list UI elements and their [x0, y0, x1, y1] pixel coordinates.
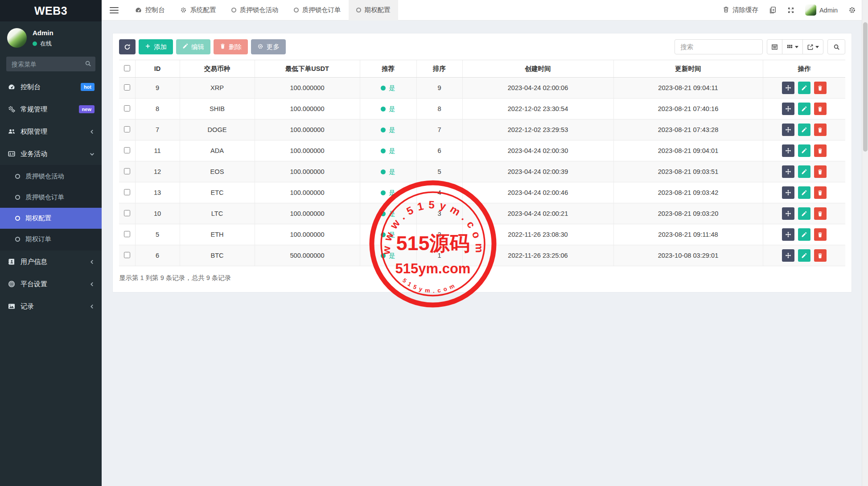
row-checkbox[interactable]: [124, 252, 130, 258]
navbar-user-name: Admin: [819, 7, 838, 14]
table-toolbar: 添加 编辑 删除: [119, 39, 845, 54]
sidebar-item-dashboard[interactable]: 控制台 hot: [0, 76, 102, 98]
cell-coin: ETC: [180, 182, 255, 203]
row-move-button[interactable]: [782, 249, 794, 262]
sidebar-item-general[interactable]: 常规管理 new: [0, 98, 102, 120]
row-checkbox[interactable]: [124, 147, 130, 153]
row-move-button[interactable]: [782, 82, 794, 94]
delete-button[interactable]: 删除: [214, 39, 248, 54]
row-delete-button[interactable]: [814, 207, 827, 220]
cell-min-order: 100.000000: [255, 99, 360, 119]
row-delete-button[interactable]: [814, 249, 827, 262]
header-created: 创建时间: [462, 60, 613, 78]
fullscreen-icon[interactable]: [787, 7, 794, 14]
cell-created: 2022-12-02 23:30:54: [462, 99, 613, 119]
columns-button[interactable]: [782, 39, 803, 54]
select-all-checkbox[interactable]: [124, 65, 130, 71]
row-edit-button[interactable]: [798, 228, 810, 241]
row-move-button[interactable]: [782, 165, 794, 178]
cell-updated: 2023-08-21 09:04:01: [613, 140, 763, 161]
sidebar-item-options-config[interactable]: 期权配置: [0, 208, 102, 229]
sidebar-item-records[interactable]: 记录: [0, 295, 102, 317]
cell-checkbox: [119, 182, 135, 203]
sidebar-search-input[interactable]: [6, 57, 95, 71]
row-edit-button[interactable]: [798, 82, 810, 94]
row-checkbox[interactable]: [124, 210, 130, 216]
refresh-page-icon[interactable]: [769, 6, 777, 14]
cell-actions: [763, 99, 845, 119]
edit-button[interactable]: 编辑: [176, 39, 210, 54]
row-edit-button[interactable]: [798, 249, 810, 262]
refresh-button[interactable]: [119, 39, 136, 54]
row-delete-button[interactable]: [814, 124, 827, 136]
cell-created: 2022-12-02 23:29:53: [462, 119, 613, 140]
hamburger-icon[interactable]: [110, 5, 119, 15]
sidebar-item-label: 用户信息: [21, 258, 90, 266]
sidebar-item-user-info[interactable]: 用户信息: [0, 251, 102, 273]
row-edit-button[interactable]: [798, 207, 810, 220]
chevron-left-icon: [90, 128, 95, 136]
table-row: 6 BTC 500.000000 是 1 2022-11-26 23:25:06…: [119, 245, 845, 266]
add-button[interactable]: 添加: [139, 39, 173, 54]
tab-dashboard[interactable]: 控制台: [128, 0, 173, 21]
row-delete-button[interactable]: [814, 165, 827, 178]
circle-icon: [15, 195, 20, 200]
cell-checkbox: [119, 245, 135, 266]
circle-icon: [15, 237, 20, 242]
online-dot-icon: [33, 41, 37, 46]
user-menu[interactable]: Admin: [805, 4, 838, 16]
sidebar-item-platform-settings[interactable]: 平台设置: [0, 273, 102, 295]
tab-staking-activity[interactable]: 质押锁仓活动: [224, 0, 286, 21]
avatar: [805, 4, 816, 16]
row-delete-button[interactable]: [814, 228, 827, 241]
caret-down-icon: [795, 46, 798, 48]
more-button[interactable]: 更多: [251, 39, 286, 54]
row-checkbox[interactable]: [124, 105, 130, 111]
row-checkbox[interactable]: [124, 168, 130, 174]
row-move-button[interactable]: [782, 144, 794, 157]
detail-view-button[interactable]: [767, 39, 782, 54]
sidebar-item-staking-activity[interactable]: 质押锁仓活动: [0, 166, 102, 187]
row-move-button[interactable]: [782, 207, 794, 220]
sidebar-item-permissions[interactable]: 权限管理: [0, 120, 102, 143]
sidebar-item-staking-orders[interactable]: 质押锁仓订单: [0, 187, 102, 208]
row-move-button[interactable]: [782, 103, 794, 115]
row-delete-button[interactable]: [814, 82, 827, 94]
gear-icon: [257, 43, 263, 51]
view-button-group: [767, 39, 823, 54]
row-checkbox[interactable]: [124, 84, 130, 91]
cell-recommend: 是: [360, 245, 416, 266]
sidebar-item-label: 常规管理: [21, 105, 79, 114]
cell-created: 2023-04-24 02:00:21: [462, 203, 613, 224]
search-button[interactable]: [827, 39, 845, 54]
row-edit-button[interactable]: [798, 144, 810, 157]
row-move-button[interactable]: [782, 228, 794, 241]
tab-system-config[interactable]: 系统配置: [173, 0, 224, 21]
row-delete-button[interactable]: [814, 186, 827, 199]
tab-staking-orders[interactable]: 质押锁仓订单: [286, 0, 349, 21]
tab-options-config[interactable]: 期权配置: [349, 0, 398, 21]
sidebar-item-business[interactable]: 业务活动: [0, 143, 102, 165]
row-delete-button[interactable]: [814, 103, 827, 115]
top-navbar: 控制台 系统配置 质押锁仓活动 质押锁仓订单 期权配置: [102, 0, 862, 21]
sidebar-item-options-orders[interactable]: 期权订单: [0, 229, 102, 250]
row-edit-button[interactable]: [798, 186, 810, 199]
row-move-button[interactable]: [782, 186, 794, 199]
row-edit-button[interactable]: [798, 165, 810, 178]
settings-gears-icon[interactable]: [848, 6, 856, 14]
scrollbar-thumb[interactable]: [863, 22, 868, 152]
cell-actions: [763, 140, 845, 161]
row-move-button[interactable]: [782, 124, 794, 136]
row-checkbox[interactable]: [124, 126, 130, 132]
clear-cache-button[interactable]: 清除缓存: [723, 6, 758, 14]
table-search-input[interactable]: [675, 39, 763, 54]
row-checkbox[interactable]: [124, 189, 130, 195]
row-checkbox[interactable]: [124, 231, 130, 237]
user-status: 在线: [33, 40, 53, 48]
export-button[interactable]: [802, 39, 823, 54]
recommend-dot-icon: [381, 128, 386, 132]
row-edit-button[interactable]: [798, 103, 810, 115]
row-edit-button[interactable]: [798, 124, 810, 136]
row-delete-button[interactable]: [814, 144, 827, 157]
sidebar: WEB3 Admin 在线 控制台 hot: [0, 0, 102, 486]
